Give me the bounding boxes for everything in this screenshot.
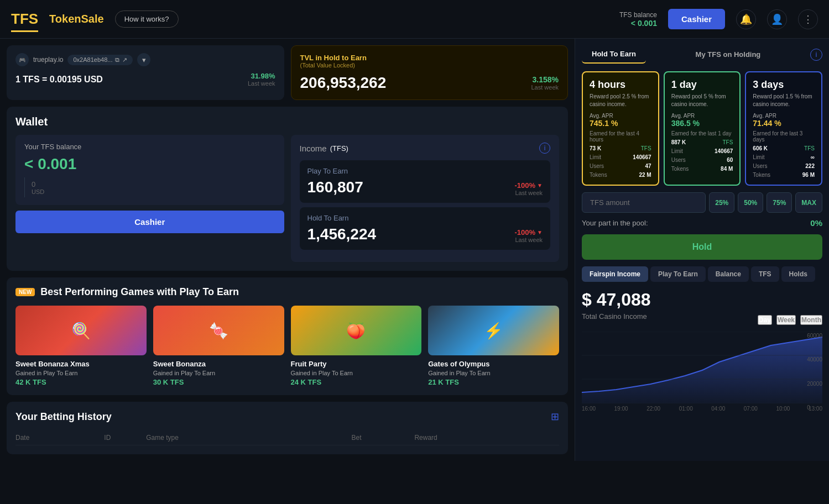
tvl-number: 206,953,262 bbox=[300, 74, 387, 92]
hold-earn-tabs: Hold To Earn My TFS on Holding i bbox=[582, 45, 822, 64]
tab-balance[interactable]: Balance bbox=[708, 266, 749, 282]
btn-75[interactable]: 75% bbox=[767, 192, 792, 213]
hold-card-1d-earned-value-row: 887 K TFS bbox=[671, 139, 733, 145]
wallet-balance-amount: < 0.001 bbox=[24, 155, 275, 173]
wallet-info-card: 🎮 trueplay.io 0x2A81eb48... ⧉ ↗ ▾ 1 TFS … bbox=[7, 45, 284, 100]
hold-card-3d-limit-value: ∞ bbox=[811, 154, 815, 160]
income-info-icon[interactable]: i bbox=[539, 143, 550, 154]
hold-card-3d-tokens-value: 96 M bbox=[802, 172, 815, 178]
hold-card-4h-earned-value: 73 K bbox=[590, 145, 601, 151]
top-info-row: 🎮 trueplay.io 0x2A81eb48... ⧉ ↗ ▾ 1 TFS … bbox=[7, 45, 568, 100]
btn-25[interactable]: 25% bbox=[709, 192, 734, 213]
income-card: Income (TFS) i Play To Earn 160,807 -100… bbox=[291, 135, 560, 262]
wallet-balance-card: Your TFS balance < 0.001 0 USD bbox=[15, 135, 284, 205]
hold-card-3d-period: 3 days bbox=[753, 79, 815, 91]
hold-card-1d-period: 1 day bbox=[671, 79, 733, 91]
hold-card-3d-earned-row: Earned for the last 3 days bbox=[753, 130, 815, 143]
copy-icon[interactable]: ⧉ bbox=[115, 56, 119, 64]
game-card-3[interactable]: 🍑 Fruit Party Gained in Play To Earn 24 … bbox=[291, 306, 422, 386]
betting-table: Date ID Game type Bet Reward bbox=[15, 431, 559, 445]
game-card-1[interactable]: 🍭 Sweet Bonanza Xmas Gained in Play To E… bbox=[15, 306, 147, 386]
wallet-grid: Your TFS balance < 0.001 0 USD Cashier bbox=[15, 135, 559, 262]
hold-card-1d[interactable]: 1 day Reward pool 5 % from casino income… bbox=[664, 71, 741, 186]
hold-change-pct: -100% ▼ bbox=[515, 228, 543, 237]
chart-tab-month[interactable]: Month bbox=[800, 315, 822, 325]
hold-card-4h-users-row: Users 47 bbox=[590, 163, 651, 169]
tfs-amount-input[interactable] bbox=[582, 192, 706, 213]
hold-card-4h-tokens-row: Tokens 22 M bbox=[590, 172, 651, 178]
play-change-week: Last week bbox=[515, 190, 543, 196]
hold-card-1d-apr-label: Avg. APR bbox=[671, 113, 733, 119]
hold-card-3d-earned-value: 606 K bbox=[753, 145, 768, 151]
game-gained-1: Gained in Play To Earn bbox=[15, 370, 147, 376]
tab-fairspin-income[interactable]: Fairspin Income bbox=[582, 266, 648, 282]
income-title: Income bbox=[300, 144, 327, 153]
menu-icon[interactable]: ⋮ bbox=[798, 9, 818, 29]
cashier-card-button[interactable]: Cashier bbox=[15, 211, 284, 233]
tab-my-tfs-holding[interactable]: My TFS on Holding bbox=[686, 46, 771, 63]
hold-card-1d-tokens-row: Tokens 84 M bbox=[671, 166, 733, 172]
chart-wrapper: 60000 40000 20000 0 16:00 19:00 22:00 01… bbox=[582, 332, 822, 412]
btn-50[interactable]: 50% bbox=[738, 192, 763, 213]
left-column: 🎮 trueplay.io 0x2A81eb48... ⧉ ↗ ▾ 1 TFS … bbox=[0, 39, 575, 461]
hold-card-3d-tokens-label: Tokens bbox=[753, 172, 770, 178]
game-gained-2: Gained in Play To Earn bbox=[153, 370, 284, 376]
chart-area bbox=[582, 332, 822, 403]
game-card-2[interactable]: 🍬 Sweet Bonanza Gained in Play To Earn 3… bbox=[153, 306, 284, 386]
x-label-0100: 01:00 bbox=[679, 406, 693, 412]
tvl-card: TVL in Hold to Earn (Total Value Locked)… bbox=[291, 45, 569, 100]
hold-to-earn-amount: 1,456,224 bbox=[307, 225, 377, 243]
hold-card-4h[interactable]: 4 hours Reward pool 2.5 % from casino in… bbox=[582, 71, 659, 186]
btn-max[interactable]: MAX bbox=[795, 192, 822, 213]
hold-card-3d-limit-label: Limit bbox=[753, 154, 764, 160]
hold-card-1d-limit-row: Limit 140667 bbox=[671, 148, 733, 154]
play-to-earn-bottom: 160,807 -100% ▼ Last week bbox=[307, 179, 543, 196]
hold-card-4h-users-value: 47 bbox=[645, 163, 651, 169]
hold-card-4h-tfs: TFS bbox=[641, 145, 651, 151]
chart-tab-day[interactable]: Day bbox=[758, 315, 772, 325]
tab-tfs[interactable]: TFS bbox=[751, 266, 779, 282]
y-label-60k: 60000 bbox=[807, 333, 822, 339]
hold-to-earn-row: Hold To Earn 1,456,224 -100% ▼ Last week bbox=[300, 207, 551, 250]
header: TFS TokenSale How it works? TFS balance … bbox=[0, 0, 829, 39]
bell-icon[interactable]: 🔔 bbox=[736, 9, 756, 29]
wallet-section-title: Wallet bbox=[15, 116, 559, 128]
header-balance-value: < 0.001 bbox=[619, 19, 657, 28]
dropdown-button[interactable]: ▾ bbox=[137, 53, 150, 66]
hold-cards-grid: 4 hours Reward pool 2.5 % from casino in… bbox=[582, 71, 822, 186]
address-pill[interactable]: 0x2A81eb48... ⧉ ↗ bbox=[67, 55, 133, 65]
usd-amount: 0 bbox=[32, 180, 44, 188]
tvl-subtitle: (Total Value Locked) bbox=[300, 62, 559, 69]
cashier-button[interactable]: Cashier bbox=[668, 9, 725, 29]
hold-card-1d-tfs: TFS bbox=[722, 139, 733, 145]
external-link-icon[interactable]: ↗ bbox=[122, 56, 127, 64]
tab-holds[interactable]: Holds bbox=[781, 266, 815, 282]
game-name-1: Sweet Bonanza Xmas bbox=[15, 360, 147, 368]
game-thumb-2: 🍬 bbox=[153, 306, 284, 355]
chart-tab-week[interactable]: Week bbox=[776, 315, 796, 325]
tab-play-to-earn[interactable]: Play To Earn bbox=[650, 266, 706, 282]
x-label-1900: 19:00 bbox=[614, 406, 628, 412]
hold-card-3d-tfs: TFS bbox=[804, 145, 815, 151]
profile-icon[interactable]: 👤 bbox=[767, 9, 787, 29]
income-tfs: (TFS) bbox=[330, 144, 348, 153]
table-icon[interactable]: ⊞ bbox=[551, 411, 559, 423]
income-header: Income (TFS) i bbox=[300, 143, 551, 154]
hold-card-3d[interactable]: 3 days Reward pool 1.5 % from casino inc… bbox=[745, 71, 822, 186]
tab-hold-to-earn[interactable]: Hold To Earn bbox=[582, 45, 646, 64]
hold-earn-info-icon[interactable]: i bbox=[810, 49, 822, 61]
hold-change-week: Last week bbox=[515, 237, 543, 243]
hold-card-3d-users-label: Users bbox=[753, 163, 767, 169]
hold-button[interactable]: Hold bbox=[582, 234, 822, 260]
hold-card-3d-limit-row: Limit ∞ bbox=[753, 154, 815, 160]
betting-title: Your Betting History bbox=[15, 411, 112, 423]
play-to-earn-change: -100% ▼ Last week bbox=[515, 181, 543, 196]
tfs-input-row: 25% 50% 75% MAX bbox=[582, 192, 822, 213]
hold-card-3d-users-row: Users 222 bbox=[753, 163, 815, 169]
game-card-4[interactable]: ⚡ Gates of Olympus Gained in Play To Ear… bbox=[428, 306, 559, 386]
trueplay-logo: 🎮 bbox=[15, 53, 29, 66]
logo-tokensale: TokenSale bbox=[49, 13, 104, 25]
how-it-works-button[interactable]: How it works? bbox=[115, 11, 179, 28]
x-label-1600: 16:00 bbox=[582, 406, 596, 412]
hold-to-earn-change: -100% ▼ Last week bbox=[515, 228, 543, 243]
